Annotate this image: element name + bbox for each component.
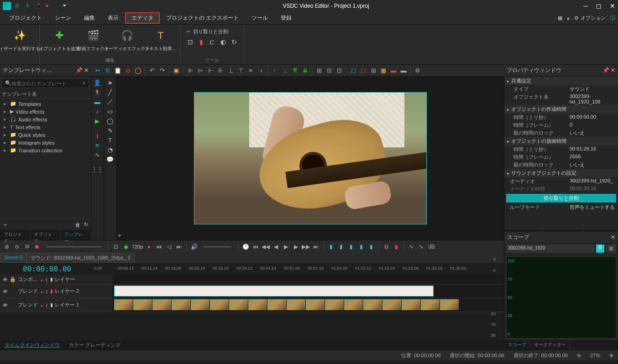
layout-icon[interactable]: ▦: [558, 15, 562, 21]
prop-section[interactable]: オブジェクトの描画時間: [504, 137, 618, 146]
skip-last-icon[interactable]: ⏭: [312, 243, 320, 251]
fit-icon[interactable]: ⊡: [112, 243, 120, 251]
rect-icon[interactable]: ▭: [105, 107, 115, 115]
qat-icon[interactable]: ⇩: [26, 3, 32, 9]
tooltip-icon[interactable]: ◔: [105, 146, 115, 154]
menu-edit[interactable]: 編集: [78, 12, 101, 24]
pin-icon[interactable]: 📌 ✕: [76, 67, 89, 73]
arrow-top-icon[interactable]: ⇈: [290, 66, 299, 75]
panel-tab[interactable]: スコープ: [504, 340, 530, 350]
line-icon[interactable]: ／: [105, 98, 115, 106]
tool-icon[interactable]: ∿: [92, 151, 102, 159]
tool-icon[interactable]: ⫿: [92, 131, 102, 140]
record-icon[interactable]: ⏺: [33, 243, 41, 251]
tree-item[interactable]: ▸📁Quick styles: [2, 131, 89, 139]
scope-b-button[interactable]: B: [596, 244, 604, 253]
skip-first-icon[interactable]: ⏮: [251, 243, 260, 251]
tool-icon[interactable]: ♪: [92, 107, 102, 115]
prop-section[interactable]: 共通設定: [504, 77, 618, 85]
group-icon[interactable]: ⊟: [325, 66, 334, 75]
tool-icon[interactable]: ⋮⋮: [92, 165, 102, 173]
zoom-out-icon[interactable]: ⊖: [577, 353, 581, 359]
zoom-in-icon[interactable]: ⊕: [609, 353, 613, 359]
marker-icon[interactable]: ▮: [337, 243, 345, 251]
prop-section[interactable]: サウンドオブジェクトの設定: [504, 169, 618, 177]
lock-icon[interactable]: 🔒: [10, 276, 16, 282]
prop-section[interactable]: オブジェクトの作成時間: [504, 105, 618, 114]
qat-icon[interactable]: 📱: [36, 3, 42, 9]
video-clip[interactable]: [114, 299, 461, 310]
arrow-bottom-icon[interactable]: ⇊: [300, 66, 309, 75]
marker-icon[interactable]: ◻: [349, 66, 358, 75]
qat-icon[interactable]: ⎙: [16, 3, 22, 9]
delete-icon[interactable]: ⊘: [123, 66, 132, 75]
search-input[interactable]: 🔍 ✕: [2, 78, 89, 88]
gear-icon[interactable]: ⚙: [413, 66, 422, 75]
skip-start-icon[interactable]: ⏮: [155, 243, 163, 251]
cut-split-button[interactable]: 切り取りと分割: [506, 194, 616, 203]
marker-icon[interactable]: ▦: [379, 66, 388, 75]
panel-tab[interactable]: オブジェク…: [30, 230, 60, 240]
undo-icon[interactable]: ↶: [147, 66, 157, 75]
tree-item[interactable]: ▸TText effects: [2, 123, 89, 131]
volume-slider[interactable]: [204, 246, 231, 248]
ellipse-icon[interactable]: ◯: [105, 117, 115, 125]
eye-icon[interactable]: 👁: [3, 277, 8, 282]
menu-view[interactable]: 表示: [101, 12, 125, 24]
bottom-tab[interactable]: タイムラインウィンドウ: [0, 340, 64, 350]
group-icon[interactable]: ⊡: [335, 66, 344, 75]
tree-item[interactable]: ▸🎧Audio effects: [2, 115, 89, 123]
panel-tab[interactable]: テンプレー…: [61, 230, 91, 240]
rewind-icon[interactable]: ◀◀: [262, 243, 270, 251]
close-icon[interactable]: ✕: [611, 234, 615, 240]
arrow-up-icon[interactable]: ↑: [270, 66, 279, 75]
tool-icon[interactable]: ▶: [92, 117, 102, 125]
marker-icon[interactable]: ▮: [357, 243, 365, 251]
expand-icon[interactable]: ▸: [119, 232, 121, 238]
minimize-button[interactable]: ─: [583, 2, 588, 10]
split-icon[interactable]: ⧉: [382, 243, 390, 251]
prev-icon[interactable]: ◁: [165, 243, 173, 251]
line-icon[interactable]: ╱: [105, 88, 115, 96]
clock-icon[interactable]: 🕐: [241, 243, 250, 251]
play-icon[interactable]: ▶: [282, 243, 290, 251]
layer-header[interactable]: 👁 ブレンド⌄⫿▮ レイヤー 2: [0, 285, 112, 298]
align-icon[interactable]: ⊪: [216, 66, 225, 75]
wave-icon[interactable]: ∿: [417, 243, 425, 251]
pin-icon[interactable]: 📌 ✕: [602, 67, 615, 73]
tool-icon[interactable]: ≡: [92, 141, 102, 149]
clear-icon[interactable]: ✕: [82, 80, 86, 86]
align-icon[interactable]: ⊤: [236, 66, 245, 75]
tool-icon[interactable]: 🏃: [92, 88, 102, 96]
marker-icon[interactable]: ▬: [389, 66, 398, 75]
marker-icon[interactable]: ▬: [399, 66, 408, 75]
add-object-button[interactable]: ✚ オブジェクトを追加: [43, 26, 75, 52]
cut-split-label[interactable]: 切り取りと分割: [193, 28, 228, 35]
group-icon[interactable]: ⊞: [314, 66, 324, 75]
preview-area[interactable]: ▸: [117, 77, 504, 240]
scene-tab[interactable]: サウンド: 3002399-hd_1920_1080_25fps_ 2: [26, 253, 134, 263]
menu-tools[interactable]: ツール: [245, 12, 274, 24]
100-icon[interactable]: ⑩: [23, 243, 31, 251]
text-effects-button[interactable]: T テキスト効果…: [145, 26, 177, 52]
marker-icon[interactable]: ▮: [367, 243, 375, 251]
marker-icon[interactable]: ▮: [347, 243, 355, 251]
arrow-down-icon[interactable]: ↓: [280, 66, 289, 75]
marker-icon[interactable]: ◻: [359, 66, 368, 75]
resolution-label[interactable]: 720p: [132, 244, 143, 250]
db-icon[interactable]: dB: [427, 243, 435, 251]
align-icon[interactable]: ⫞: [256, 66, 265, 75]
menu-export[interactable]: プロジェクトの エクスポート: [160, 12, 245, 24]
tool-icon[interactable]: ⊡: [186, 38, 194, 46]
tool-icon[interactable]: ▬: [92, 98, 102, 106]
cut-icon[interactable]: ✂: [93, 66, 102, 75]
add-icon[interactable]: ＋: [3, 221, 8, 228]
rec-icon[interactable]: ●: [145, 243, 153, 251]
wifi-icon[interactable]: ⏷: [62, 3, 68, 9]
align-icon[interactable]: ⊨: [196, 66, 205, 75]
gear-icon[interactable]: ⚙: [574, 15, 579, 21]
eye-icon[interactable]: 👁: [3, 289, 8, 294]
fast-fwd-icon[interactable]: ▶▶: [302, 243, 310, 251]
pen-icon[interactable]: ✎: [105, 126, 115, 135]
tree-item[interactable]: ▸📁Templates: [2, 100, 89, 108]
